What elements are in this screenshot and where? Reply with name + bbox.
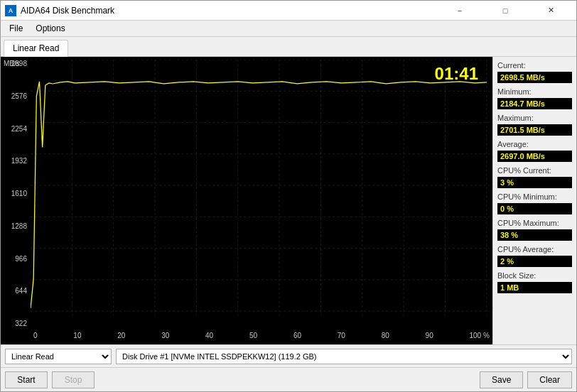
stats-panel: Current: 2698.5 MB/s Minimum: 2184.7 MB/… <box>492 57 576 344</box>
maximize-button[interactable]: □ <box>484 4 527 17</box>
bottom-controls: Linear Read Linear Write Random Read Ran… <box>1 344 576 367</box>
current-label: Current: <box>497 61 572 70</box>
menu-file[interactable]: File <box>4 22 28 35</box>
cpu-maximum-label: CPU% Maximum: <box>497 219 572 227</box>
x-label-100: 100 % <box>470 332 490 343</box>
cpu-current-value: 3 % <box>497 177 572 188</box>
cpu-current-label: CPU% Current: <box>497 166 572 175</box>
stop-button[interactable]: Stop <box>52 371 95 388</box>
cpu-average-label: CPU% Average: <box>497 245 572 254</box>
x-label-70: 70 <box>338 332 345 343</box>
bottom-buttons-left: Start Stop <box>5 371 95 388</box>
y-label-0: 2898 <box>2 60 29 67</box>
y-label-7: 644 <box>2 287 29 295</box>
y-label-8: 322 <box>2 320 29 327</box>
cpu-minimum-label: CPU% Minimum: <box>497 192 572 201</box>
clear-button[interactable]: Clear <box>527 371 572 388</box>
x-label-40: 40 <box>205 332 213 343</box>
main-content: MB/s 01:41 2898 2576 2254 1932 1610 1288… <box>1 57 576 344</box>
bottom-buttons-right: Save Clear <box>480 371 572 388</box>
title-bar-left: A AIDA64 Disk Benchmark <box>5 5 114 16</box>
maximum-label: Maximum: <box>497 114 572 122</box>
menu-options[interactable]: Options <box>30 22 70 35</box>
tab-linear-read[interactable]: Linear Read <box>4 40 68 57</box>
x-label-0: 0 <box>33 332 38 343</box>
close-button[interactable]: ✕ <box>529 4 572 17</box>
x-label-90: 90 <box>426 332 433 343</box>
y-label-6: 966 <box>2 255 29 263</box>
y-label-4: 1610 <box>2 190 29 197</box>
x-label-30: 30 <box>161 332 169 343</box>
x-label-80: 80 <box>382 332 389 343</box>
main-window: A AIDA64 Disk Benchmark − □ ✕ File Optio… <box>0 0 577 392</box>
title-bar: A AIDA64 Disk Benchmark − □ ✕ <box>1 1 576 21</box>
average-value: 2697.0 MB/s <box>497 151 572 162</box>
x-label-60: 60 <box>293 332 301 343</box>
minimize-button[interactable]: − <box>438 4 481 17</box>
minimum-label: Minimum: <box>497 87 572 96</box>
average-label: Average: <box>497 140 572 148</box>
current-value: 2698.5 MB/s <box>497 72 572 83</box>
bottom-buttons: Start Stop Save Clear <box>1 367 576 391</box>
chart-canvas <box>31 60 490 330</box>
y-label-1: 2576 <box>2 92 29 100</box>
x-axis: 0 10 20 30 40 50 60 70 80 90 100 % <box>31 330 492 344</box>
x-label-20: 20 <box>117 332 125 343</box>
cpu-minimum-value: 0 % <box>497 203 572 214</box>
cpu-average-value: 2 % <box>497 256 572 267</box>
y-label-3: 1932 <box>2 157 29 165</box>
y-label-5: 1288 <box>2 222 29 230</box>
menu-bar: File Options <box>1 21 576 37</box>
block-size-value: 1 MB <box>497 282 572 293</box>
x-label-50: 50 <box>249 332 257 343</box>
chart-area: MB/s 01:41 2898 2576 2254 1932 1610 1288… <box>1 57 492 344</box>
drive-select[interactable]: Disk Drive #1 [NVMe INTEL SSDPEKKW12] (1… <box>116 349 572 364</box>
cpu-maximum-value: 38 % <box>497 229 572 241</box>
tabs: Linear Read <box>1 37 576 57</box>
y-label-2: 2254 <box>2 125 29 133</box>
start-button[interactable]: Start <box>5 371 48 388</box>
window-controls: − □ ✕ <box>438 4 572 17</box>
maximum-value: 2701.5 MB/s <box>497 124 572 136</box>
save-button[interactable]: Save <box>480 371 523 388</box>
y-axis: 2898 2576 2254 1932 1610 1288 966 644 32… <box>1 57 31 330</box>
test-type-select[interactable]: Linear Read Linear Write Random Read Ran… <box>5 349 112 364</box>
x-label-10: 10 <box>73 332 81 343</box>
block-size-label: Block Size: <box>497 271 572 280</box>
window-title: AIDA64 Disk Benchmark <box>21 6 114 16</box>
app-icon: A <box>5 5 16 16</box>
minimum-value: 2184.7 MB/s <box>497 98 572 109</box>
